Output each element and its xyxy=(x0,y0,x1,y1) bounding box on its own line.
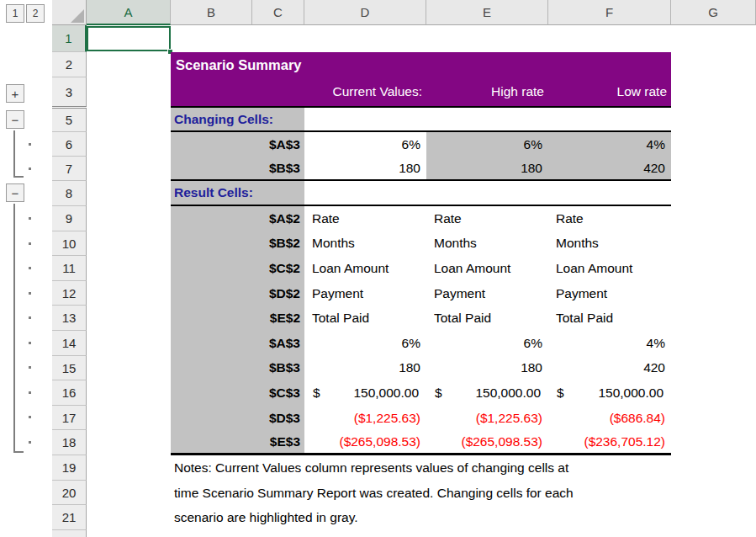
row-header-21[interactable]: 21 xyxy=(52,505,87,530)
scenario-header-low-rate[interactable]: Low rate xyxy=(548,77,671,106)
value-cell[interactable]: Loan Amount xyxy=(304,256,426,281)
cell-ref-label[interactable]: $E$2 xyxy=(171,306,304,331)
row-header-9[interactable]: 9 xyxy=(52,206,87,231)
value-cell[interactable]: Months xyxy=(304,231,426,257)
value-cell[interactable]: Payment xyxy=(548,281,671,306)
value-cell[interactable]: 6% xyxy=(426,331,548,356)
row-header-12[interactable]: 12 xyxy=(52,281,87,306)
empty-cell[interactable] xyxy=(548,108,671,130)
value-cell[interactable]: 180 xyxy=(304,356,426,381)
changing-cells-label[interactable]: Changing Cells: xyxy=(171,108,304,130)
cell-ref-label[interactable]: $A$3 xyxy=(171,331,304,356)
outline-level-2-button[interactable]: 2 xyxy=(26,4,45,23)
value-cell[interactable]: Total Paid xyxy=(304,306,426,331)
row-header-11[interactable]: 11 xyxy=(52,256,87,281)
value-cell[interactable]: Loan Amount xyxy=(548,256,671,281)
value-cell[interactable]: Total Paid xyxy=(548,306,671,331)
empty-cell[interactable] xyxy=(304,181,426,205)
cell-ref-label[interactable]: $A$2 xyxy=(171,206,304,231)
row-header-14[interactable]: 14 xyxy=(52,331,87,356)
scenario-header-high-rate[interactable]: High rate xyxy=(426,77,548,106)
currency-cell[interactable]: $ 150,000.00 xyxy=(548,380,671,406)
currency-cell[interactable]: $ 150,000.00 xyxy=(426,380,548,406)
report-title-cell[interactable]: Scenario Summary xyxy=(171,52,671,77)
cell-ref-label[interactable]: $B$3 xyxy=(171,157,304,179)
value-cell-highlighted[interactable]: 180 xyxy=(426,157,548,179)
row-header-20[interactable]: 20 xyxy=(52,481,87,505)
column-header-g[interactable]: G xyxy=(671,0,756,25)
value-cell[interactable]: Loan Amount xyxy=(426,256,548,281)
row-header-1[interactable]: 1 xyxy=(52,25,87,52)
selected-cell-a1[interactable] xyxy=(87,26,171,51)
value-cell[interactable]: Payment xyxy=(304,281,426,306)
value-cell[interactable]: Total Paid xyxy=(426,306,548,331)
negative-value-cell[interactable]: ($236,705.12) xyxy=(548,430,671,453)
value-cell-highlighted[interactable]: 420 xyxy=(548,157,671,179)
value-cell[interactable]: Rate xyxy=(304,206,426,231)
outline-collapse-button-1[interactable]: − xyxy=(6,110,24,129)
negative-value-cell[interactable]: ($1,225.63) xyxy=(304,406,426,431)
row-header-19[interactable]: 19 xyxy=(52,455,87,481)
scenario-header-current-values[interactable]: Current Values: xyxy=(304,77,426,106)
row-header-15[interactable]: 15 xyxy=(52,356,87,380)
outline-expand-button[interactable]: + xyxy=(6,84,24,103)
value-cell[interactable]: Rate xyxy=(426,206,548,231)
negative-value-cell[interactable]: ($265,098.53) xyxy=(304,430,426,453)
value-cell[interactable]: 6% xyxy=(304,132,426,157)
row-header-2[interactable]: 2 xyxy=(52,52,87,77)
row-header-7[interactable]: 7 xyxy=(52,157,87,181)
cell-ref-label[interactable]: $E$3 xyxy=(171,430,304,453)
value-cell-highlighted[interactable]: 6% xyxy=(426,132,548,157)
cell-ref-label[interactable]: $B$2 xyxy=(171,231,304,257)
row-header-partial[interactable] xyxy=(52,530,87,537)
column-header-d[interactable]: D xyxy=(304,0,426,25)
value-cell[interactable]: Payment xyxy=(426,281,548,306)
row-header-16[interactable]: 16 xyxy=(52,380,87,406)
value-cell-highlighted[interactable]: 4% xyxy=(548,132,671,157)
column-header-b[interactable]: B xyxy=(171,0,252,25)
cell-ref-label[interactable]: $C$2 xyxy=(171,256,304,281)
row-header-13[interactable]: 13 xyxy=(52,306,87,331)
notes-line-3[interactable]: scenario are highlighted in gray. xyxy=(174,505,358,530)
outline-level-1-button[interactable]: 1 xyxy=(6,4,24,23)
column-header-f[interactable]: F xyxy=(548,0,671,25)
value-cell[interactable]: 420 xyxy=(548,356,671,381)
value-cell[interactable]: Months xyxy=(548,231,671,257)
cell-ref-label[interactable]: $C$3 xyxy=(171,380,304,406)
value-cell[interactable]: 6% xyxy=(304,331,426,356)
value-cell[interactable]: Rate xyxy=(548,206,671,231)
row-header-17[interactable]: 17 xyxy=(52,406,87,430)
outline-row-dot xyxy=(29,366,31,369)
currency-cell[interactable]: $ 150,000.00 xyxy=(304,380,426,406)
column-header-e[interactable]: E xyxy=(426,0,548,25)
row-header-8[interactable]: 8 xyxy=(52,181,87,206)
cell-ref-label[interactable]: $B$3 xyxy=(171,356,304,381)
empty-cell[interactable] xyxy=(426,181,548,205)
result-cells-label[interactable]: Result Cells: xyxy=(171,181,304,205)
scenario-header-spacer[interactable] xyxy=(171,77,304,106)
select-all-corner[interactable] xyxy=(52,0,87,25)
cell-ref-label[interactable]: $D$2 xyxy=(171,281,304,306)
empty-cell[interactable] xyxy=(548,181,671,205)
notes-line-2[interactable]: time Scenario Summary Report was created… xyxy=(174,481,574,506)
negative-value-cell[interactable]: ($686.84) xyxy=(548,406,671,431)
row-header-6[interactable]: 6 xyxy=(52,132,87,157)
row-header-18[interactable]: 18 xyxy=(52,430,87,455)
value-cell[interactable]: Months xyxy=(426,231,548,257)
column-header-c[interactable]: C xyxy=(252,0,304,25)
negative-value-cell[interactable]: ($265,098.53) xyxy=(426,430,548,453)
notes-line-1[interactable]: Notes: Current Values column represents … xyxy=(174,455,568,481)
value-cell[interactable]: 4% xyxy=(548,331,671,356)
row-header-10[interactable]: 10 xyxy=(52,231,87,256)
value-cell[interactable]: 180 xyxy=(426,356,548,381)
outline-collapse-button-2[interactable]: − xyxy=(6,183,24,202)
cell-ref-label[interactable]: $A$3 xyxy=(171,132,304,157)
row-header-5[interactable]: 5 xyxy=(52,108,87,132)
value-cell[interactable]: 180 xyxy=(304,157,426,179)
row-header-3[interactable]: 3 xyxy=(52,77,87,108)
cell-ref-label[interactable]: $D$3 xyxy=(171,406,304,431)
column-header-a[interactable]: A xyxy=(87,0,171,25)
negative-value-cell[interactable]: ($1,225.63) xyxy=(426,406,548,431)
empty-cell[interactable] xyxy=(426,108,548,130)
empty-cell[interactable] xyxy=(304,108,426,130)
